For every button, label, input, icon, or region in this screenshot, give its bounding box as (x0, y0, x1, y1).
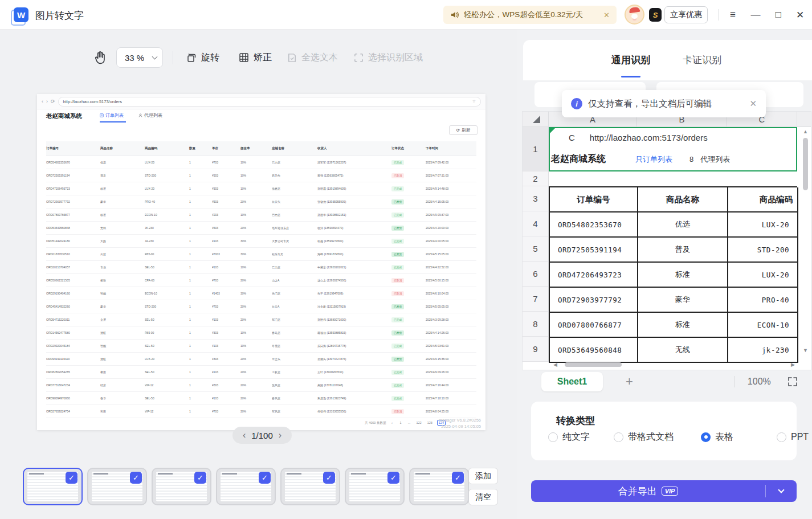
row-number-5[interactable]: 5 (523, 236, 549, 261)
fullscreen-icon[interactable] (787, 376, 798, 387)
clear-images-button[interactable]: 清空 (468, 489, 498, 505)
export-dropdown-button[interactable] (766, 490, 797, 492)
ocr-cell-product-name[interactable]: 无线 (638, 338, 728, 363)
ocr-cell-product-name[interactable]: 标准 (638, 313, 728, 338)
vertical-scrollbar[interactable]: ▲ ▼ (802, 129, 810, 362)
cell-a1[interactable]: C http://laozhao.com:5173/orders 老赵商城系统 … (549, 127, 797, 171)
sheet-tab-sheet1[interactable]: Sheet1 (541, 372, 603, 391)
status-badge: 已完成 (391, 265, 404, 270)
ocr-header-cell[interactable]: 商品编码 (728, 187, 798, 212)
horizontal-scroll-thumb[interactable] (565, 362, 622, 367)
thumbnail-checkbox[interactable]: ✓ (452, 472, 464, 484)
ocr-header-cell[interactable]: 商品名称 (638, 187, 728, 212)
sheet-tab-bar: Sheet1 + 100% (522, 370, 811, 393)
radio-1[interactable]: 带格式文档 (614, 431, 674, 443)
ocr-cell-order-id[interactable]: ORD07800766877 (550, 313, 638, 338)
zoom-dropdown[interactable]: 33 % (116, 47, 163, 68)
ocr-header-cell[interactable]: 订单编号 (550, 187, 638, 212)
rotate-button[interactable]: 旋转 (186, 50, 219, 65)
promo-text: 轻松办公，WPS超会低至0.32元/天 (464, 10, 599, 20)
ocr-cell-order-id[interactable]: ORD54802353670 (550, 212, 638, 238)
cell-row2-empty[interactable] (549, 171, 797, 186)
vip-offer-button[interactable]: 立享优惠 (664, 6, 708, 23)
thumbnail-2[interactable]: ✓ (87, 468, 147, 505)
thumbnail-5[interactable]: ✓ (280, 468, 340, 505)
ocr-cell-product-code[interactable]: LUX-20 (728, 212, 798, 238)
spreadsheet-result[interactable]: A B C 123456789 C http://laozhao.com:517… (522, 111, 811, 370)
radio-circle-icon (548, 432, 558, 442)
promo-close-icon[interactable]: ✕ (603, 11, 610, 19)
thumbnail-checkbox[interactable]: ✓ (259, 472, 271, 484)
pagination-page: 122 (415, 420, 422, 425)
ocr-cell-product-name[interactable]: 标准 (638, 263, 728, 288)
member-badge-icon[interactable]: S (649, 8, 662, 22)
thumbnail-checkbox[interactable]: ✓ (387, 472, 399, 484)
radio-3[interactable]: PPT (777, 432, 809, 442)
ocr-cell-order-id[interactable]: ORD72505391194 (550, 238, 638, 263)
scroll-right-icon[interactable]: ▶ (791, 362, 795, 367)
thumbnail-7[interactable]: ✓ (409, 468, 469, 505)
thumbnail-4[interactable]: ✓ (216, 468, 276, 505)
row-number-1[interactable]: 1 (523, 127, 549, 171)
thumbnail-checkbox[interactable]: ✓ (323, 472, 335, 484)
next-page-button[interactable]: › (279, 430, 281, 440)
avatar[interactable] (625, 5, 644, 24)
ocr-cell-product-code[interactable]: LUX-20 (728, 263, 798, 288)
ocr-cell-order-id[interactable]: ORD47206493723 (550, 263, 638, 288)
scroll-down-icon[interactable]: ▼ (803, 348, 808, 353)
radio-0[interactable]: 纯文字 (548, 431, 590, 443)
add-sheet-button[interactable]: + (626, 374, 633, 389)
row-number-3[interactable]: 3 (523, 186, 549, 211)
close-button[interactable]: ✕ (790, 0, 810, 30)
ocr-cell-order-id[interactable]: ORD72903977792 (550, 288, 638, 313)
ocr-cell-product-code[interactable]: PRO-40 (728, 288, 798, 313)
tab-general-recognition[interactable]: 通用识别 (611, 54, 650, 67)
merge-export-button[interactable]: 合并导出 VIP (531, 480, 797, 502)
ocr-cell-product-code[interactable]: jk-230 (728, 338, 798, 363)
select-all-corner[interactable] (523, 112, 549, 126)
image-preview-canvas[interactable]: ‹ › ⟳ http://laozhao.com:5173/orders ☆ 老… (37, 94, 485, 430)
toast-close-icon[interactable]: ✕ (749, 99, 757, 109)
row-number-7[interactable]: 7 (523, 287, 549, 312)
preview-table-row: ORD29190404160智能ECON-101¥140330%先门店先平 (1… (46, 287, 476, 300)
ocr-cell-order-id[interactable]: ORD53649560848 (550, 338, 638, 363)
thumbnail-checkbox[interactable]: ✓ (130, 472, 142, 484)
row-number-2[interactable]: 2 (523, 171, 549, 186)
prev-page-button[interactable]: ‹ (243, 430, 246, 440)
thumbnail-1[interactable]: ✓ (23, 468, 83, 505)
ocr-cell-product-name[interactable]: 普及 (638, 238, 728, 263)
app-logo-icon: W (14, 7, 28, 22)
promo-banner[interactable]: 轻松办公，WPS超会低至0.32元/天 ✕ (443, 6, 617, 24)
preview-table-body: ORD54802353670优选LUX-201¥70310%巴力店清军军 (13… (46, 156, 476, 418)
thumbnail-checkbox[interactable]: ✓ (66, 472, 77, 484)
horizontal-scrollbar[interactable]: ◀ ▶ (549, 361, 797, 368)
thumbnail-3[interactable]: ✓ (152, 468, 211, 505)
menu-button[interactable]: ≡ (723, 0, 743, 30)
maximize-button[interactable]: □ (768, 0, 789, 30)
add-image-button[interactable]: 添加 (468, 468, 498, 484)
ocr-cell-product-name[interactable]: 豪华 (638, 288, 728, 313)
ocr-cell-product-code[interactable]: ECON-10 (728, 313, 798, 338)
scroll-up-icon[interactable]: ▲ (803, 129, 808, 134)
preview-table-row: ORD54715220311全屏SEL-501¥10320%军门店孙艳伟 (13… (46, 313, 476, 326)
row-number-6[interactable]: 6 (523, 261, 549, 287)
radio-2[interactable]: 表格 (701, 431, 733, 443)
ocr-cell-product-code[interactable]: STD-200 (728, 238, 798, 263)
status-badge: 已完成 (391, 370, 404, 375)
deskew-button[interactable]: 矫正 (238, 50, 272, 65)
page-navigator: ‹ 1/100 › (232, 427, 292, 444)
ocr-cell-product-name[interactable]: 优选 (638, 212, 728, 238)
thumbnail-6[interactable]: ✓ (345, 468, 405, 505)
tab-card-recognition[interactable]: 卡证识别 (683, 54, 721, 67)
deskew-label: 矫正 (254, 52, 272, 64)
thumbnail-checkbox[interactable]: ✓ (194, 472, 206, 484)
row-number-8[interactable]: 8 (523, 312, 549, 337)
pan-hand-icon[interactable] (93, 50, 108, 65)
scroll-left-icon[interactable]: ◀ (553, 362, 557, 367)
row-number-4[interactable]: 4 (523, 211, 549, 236)
status-badge: 已取消 (391, 409, 404, 414)
region-select-icon (353, 52, 364, 63)
minimize-button[interactable]: — (745, 0, 766, 30)
vertical-scroll-thumb[interactable] (803, 138, 808, 190)
row-number-9[interactable]: 9 (523, 337, 549, 362)
